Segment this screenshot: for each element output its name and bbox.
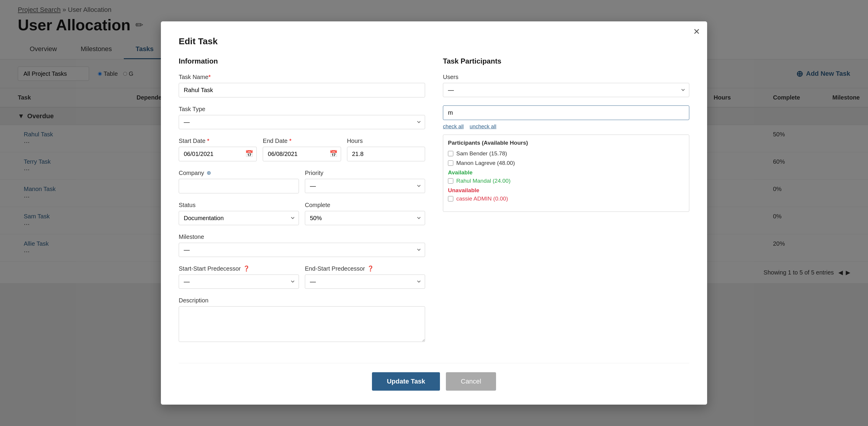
modal-body: Information Task Name* Task Type — bbox=[179, 57, 689, 351]
ss-predecessor-help-icon[interactable]: ❓ bbox=[243, 265, 250, 272]
company-priority-row: Company ⊕ Priority — bbox=[179, 170, 425, 193]
milestone-label: Milestone bbox=[179, 233, 425, 240]
participants-section-title: Task Participants bbox=[443, 57, 689, 65]
es-predecessor-select[interactable]: — bbox=[305, 275, 425, 289]
users-group: Users — bbox=[443, 74, 689, 97]
participant-name-cassie: cassie ADMIN (0.00) bbox=[456, 196, 508, 202]
page-background: Project Search » User Allocation User Al… bbox=[0, 0, 868, 426]
participant-name-manon: Manon Lagreve (48.00) bbox=[456, 160, 515, 166]
complete-select[interactable]: 50% bbox=[305, 211, 425, 225]
hours-input[interactable] bbox=[347, 147, 425, 161]
milestone-group: Milestone — bbox=[179, 233, 425, 257]
available-status-label: Available bbox=[448, 169, 684, 176]
description-label: Description bbox=[179, 297, 425, 304]
predecessor-row: Start-Start Predecessor ❓ — End-Start Pr… bbox=[179, 265, 425, 289]
milestone-select[interactable]: — bbox=[179, 243, 425, 257]
complete-group: Complete 50% bbox=[305, 202, 425, 225]
status-group: Status Documentation bbox=[179, 202, 299, 225]
company-input[interactable] bbox=[179, 179, 299, 193]
start-date-group: Start Date * 📅 bbox=[179, 138, 257, 161]
complete-label: Complete bbox=[305, 202, 425, 208]
participant-item: Sam Bender (15.78) bbox=[448, 150, 684, 157]
modal-overlay: ✕ Edit Task Information Task Name* T bbox=[0, 0, 868, 426]
task-type-label: Task Type bbox=[179, 106, 425, 113]
ss-predecessor-group: Start-Start Predecessor ❓ — bbox=[179, 265, 299, 289]
participant-checkbox-rahul[interactable] bbox=[448, 178, 453, 183]
check-actions: check all uncheck all bbox=[443, 123, 689, 130]
status-complete-row: Status Documentation Complete 50% bbox=[179, 202, 425, 225]
users-select[interactable]: — bbox=[443, 83, 689, 97]
participants-box: Participants (Available Hours) Sam Bende… bbox=[443, 135, 689, 212]
modal-close-button[interactable]: ✕ bbox=[693, 27, 700, 36]
start-date-label: Start Date * bbox=[179, 138, 257, 144]
modal-left-section: Information Task Name* Task Type — bbox=[179, 57, 425, 351]
ss-predecessor-select[interactable]: — bbox=[179, 275, 299, 289]
company-add-icon[interactable]: ⊕ bbox=[207, 170, 211, 176]
es-predecessor-label-row: End-Start Predecessor ❓ bbox=[305, 265, 425, 272]
participant-checkbox-cassie[interactable] bbox=[448, 196, 453, 201]
modal-right-section: Task Participants Users — check all unch… bbox=[443, 57, 689, 351]
hours-group: Hours bbox=[347, 138, 425, 161]
end-date-group: End Date * 📅 bbox=[263, 138, 341, 161]
participant-item-unavailable: cassie ADMIN (0.00) bbox=[448, 196, 684, 202]
es-predecessor-group: End-Start Predecessor ❓ — bbox=[305, 265, 425, 289]
hours-label: Hours bbox=[347, 138, 425, 144]
status-label: Status bbox=[179, 202, 299, 208]
participant-name-rahul: Rahul Mandal (24.00) bbox=[456, 178, 510, 184]
description-textarea[interactable] bbox=[179, 306, 425, 342]
task-name-input[interactable] bbox=[179, 83, 425, 97]
task-type-group: Task Type — bbox=[179, 106, 425, 129]
task-name-group: Task Name* bbox=[179, 74, 425, 97]
update-task-button[interactable]: Update Task bbox=[372, 372, 440, 391]
unavailable-status-label: Unavailable bbox=[448, 187, 684, 194]
participants-title: Participants (Available Hours) bbox=[448, 140, 684, 146]
company-group: Company ⊕ bbox=[179, 170, 299, 193]
participant-name-sam: Sam Bender (15.78) bbox=[456, 150, 507, 157]
es-predecessor-help-icon[interactable]: ❓ bbox=[367, 265, 374, 272]
date-hours-row: Start Date * 📅 End Date * bbox=[179, 138, 425, 161]
cancel-button[interactable]: Cancel bbox=[446, 372, 496, 391]
info-section-title: Information bbox=[179, 57, 425, 65]
description-group: Description bbox=[179, 297, 425, 343]
participant-item-available: Rahul Mandal (24.00) bbox=[448, 178, 684, 184]
start-date-wrapper: 📅 bbox=[179, 147, 257, 161]
priority-select[interactable]: — bbox=[305, 179, 425, 193]
participant-item: Manon Lagreve (48.00) bbox=[448, 160, 684, 166]
ss-predecessor-label-row: Start-Start Predecessor ❓ bbox=[179, 265, 299, 272]
company-label-row: Company ⊕ bbox=[179, 170, 299, 176]
end-date-calendar-icon[interactable]: 📅 bbox=[330, 150, 338, 158]
check-all-link[interactable]: check all bbox=[443, 123, 464, 130]
start-date-calendar-icon[interactable]: 📅 bbox=[245, 150, 253, 158]
end-date-wrapper: 📅 bbox=[263, 147, 341, 161]
uncheck-all-link[interactable]: uncheck all bbox=[470, 123, 496, 130]
modal-footer: Update Task Cancel bbox=[179, 363, 689, 391]
participants-search-input[interactable] bbox=[443, 106, 689, 120]
priority-label: Priority bbox=[305, 170, 425, 176]
edit-task-modal: ✕ Edit Task Information Task Name* T bbox=[161, 21, 707, 405]
participant-checkbox-manon[interactable] bbox=[448, 161, 453, 166]
task-name-label: Task Name* bbox=[179, 74, 425, 81]
end-date-label: End Date * bbox=[263, 138, 341, 144]
participant-checkbox-sam[interactable] bbox=[448, 151, 453, 156]
users-label: Users bbox=[443, 74, 689, 81]
priority-group: Priority — bbox=[305, 170, 425, 193]
modal-title: Edit Task bbox=[179, 36, 689, 46]
status-select[interactable]: Documentation bbox=[179, 211, 299, 225]
task-type-select[interactable]: — bbox=[179, 115, 425, 129]
